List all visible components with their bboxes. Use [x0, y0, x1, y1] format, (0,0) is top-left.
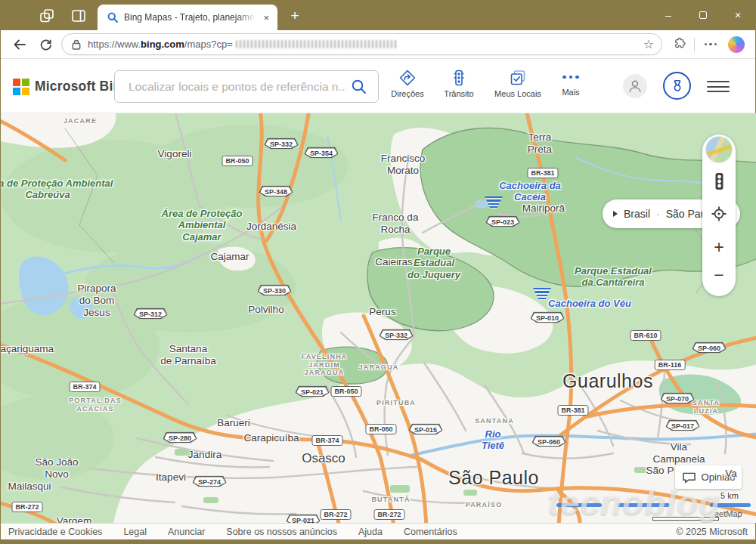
footer-link-advertise[interactable]: Anunciar	[168, 527, 205, 537]
footer-link-about-ads[interactable]: Sobre os nossos anúncios	[226, 527, 337, 537]
search-button[interactable]	[348, 76, 369, 97]
locate-icon	[710, 205, 728, 223]
more-dots-icon	[562, 69, 579, 85]
road-shield-br: BR-374	[311, 435, 342, 446]
road-shield-br: BR-272	[11, 502, 42, 512]
search-input[interactable]	[127, 79, 348, 94]
road-shield-sp: SP-015	[408, 424, 442, 435]
road-shield-br: BR-050	[222, 156, 253, 166]
road-shield-sp: SP-070	[660, 393, 694, 404]
road-shield-label: SP-330	[259, 286, 290, 295]
url-bar[interactable]: https://www.bing.com/maps?cp= ☆	[61, 33, 662, 55]
traffic-button[interactable]	[705, 168, 733, 195]
workspaces-icon[interactable]	[39, 8, 55, 24]
road-shield-label: SP-348	[260, 187, 292, 196]
road-shield-sp: SP-060	[531, 436, 565, 447]
road-shield-label: SP-015	[410, 425, 442, 434]
road-shield-label: SP-060	[533, 437, 565, 446]
browser-window: Bing Mapas - Trajeto, planejamen × + – ×…	[0, 0, 756, 544]
refresh-button[interactable]	[36, 35, 55, 54]
maximize-icon	[699, 11, 707, 19]
lock-icon	[71, 39, 82, 51]
extensions-icon[interactable]	[668, 35, 688, 54]
traffic-light-icon	[714, 172, 725, 190]
road-shield-label: SP-060	[693, 343, 725, 352]
microsoft-bing-logo[interactable]: Microsoft Bing	[13, 79, 129, 94]
road-shield-sp: SP-010	[530, 312, 564, 323]
close-button[interactable]: ×	[720, 0, 755, 30]
watermark-underline	[556, 503, 602, 507]
road-shield-br: BR-374	[69, 382, 100, 392]
minimize-button[interactable]: –	[651, 0, 686, 30]
window-bottom-border	[1, 539, 755, 544]
road-shield-br: BR-381	[557, 405, 588, 416]
watermark-underline	[710, 503, 751, 507]
vertical-tabs-icon[interactable]	[70, 8, 87, 24]
rewards-medal-icon	[670, 79, 685, 94]
favorite-star-icon[interactable]: ☆	[643, 39, 654, 51]
url-text: https://www.bing.com/maps?cp=	[88, 39, 398, 50]
footer-link-help[interactable]: Ajuda	[358, 527, 383, 537]
road-shield-label: SP-354	[305, 148, 337, 157]
road-shield-label: SP-332	[265, 139, 297, 148]
road-shield-br: BR-050	[365, 424, 396, 434]
hamburger-menu-icon[interactable]	[707, 81, 730, 92]
map-style-button[interactable]	[705, 136, 733, 163]
map-canvas[interactable]: Vigoreli Francisco Morato Terra Preta Ma…	[1, 113, 756, 523]
road-shield-sp: SP-060	[692, 342, 726, 354]
maximize-button[interactable]	[686, 0, 720, 30]
tab-favicon-search-icon	[107, 11, 119, 23]
nav-transit[interactable]: Trânsito	[436, 65, 482, 98]
footer-link-privacy[interactable]: Privacidade e Cookies	[8, 527, 102, 537]
zoom-in-button[interactable]: +	[705, 233, 733, 261]
nav-more[interactable]: Mais	[554, 65, 587, 98]
nav-label: Mais	[562, 88, 579, 97]
road-shield-label: SP-332	[380, 330, 412, 339]
road-shield-sp: SP-017	[665, 420, 699, 431]
zoom-out-button[interactable]: −	[705, 261, 733, 289]
tab-close-icon[interactable]: ×	[261, 12, 271, 23]
road-shield-br: BR-272	[373, 509, 404, 520]
road-shield-br: BR-050	[330, 386, 361, 397]
locate-me-button[interactable]	[705, 200, 733, 227]
back-button[interactable]	[10, 35, 29, 54]
browser-profile-button[interactable]	[7, 5, 28, 26]
scale-label: 5 km	[720, 491, 739, 500]
road-shield-label: SP-023	[487, 217, 519, 226]
rewards-button[interactable]	[663, 72, 691, 100]
new-tab-button[interactable]: +	[285, 6, 305, 26]
feedback-button[interactable]: Opinião	[675, 465, 742, 489]
road-shield-br: BR-381	[527, 168, 558, 178]
copilot-icon[interactable]	[727, 35, 746, 54]
url-obscured-text	[236, 40, 398, 48]
road-shield-label: SP-312	[135, 309, 166, 318]
road-shield-label: SP-010	[531, 313, 563, 322]
road-shield-sp: SP-332	[379, 329, 413, 341]
directions-icon	[398, 69, 417, 87]
nav-directions[interactable]: Direções	[385, 65, 430, 98]
road-shield-label: SP-280	[164, 433, 196, 442]
road-shield-label: SP-021	[296, 387, 328, 396]
map-nav: Direções Trânsito Meus Locais	[385, 65, 587, 98]
road-shield-br: BR-610	[630, 330, 661, 341]
road-shield-sp: SP-280	[163, 432, 197, 444]
footer-link-legal[interactable]: Legal	[123, 527, 147, 537]
browser-tab[interactable]: Bing Mapas - Trajeto, planejamen ×	[98, 5, 277, 30]
person-icon	[627, 78, 643, 94]
nav-my-places[interactable]: Meus Locais	[488, 65, 548, 98]
bing-maps-header: Microsoft Bing Direções	[1, 59, 755, 113]
road-shield-br: BR-116	[655, 360, 686, 370]
map-controls: + −	[702, 134, 736, 296]
settings-more-icon[interactable]	[701, 35, 720, 54]
speech-bubble-icon	[682, 471, 696, 484]
scale-bar	[652, 517, 719, 521]
road-shield-sp: SP-021	[286, 515, 320, 524]
road-shield-label: SP-021	[287, 515, 319, 523]
account-button[interactable]	[623, 74, 647, 98]
browser-toolbar: https://www.bing.com/maps?cp= ☆	[1, 30, 755, 59]
traffic-light-icon	[450, 69, 468, 87]
window-controls: – ×	[651, 0, 755, 30]
breadcrumb-separator: ·	[656, 208, 660, 220]
road-shield-label: SP-017	[667, 421, 699, 430]
footer-link-feedback[interactable]: Comentários	[404, 527, 457, 537]
